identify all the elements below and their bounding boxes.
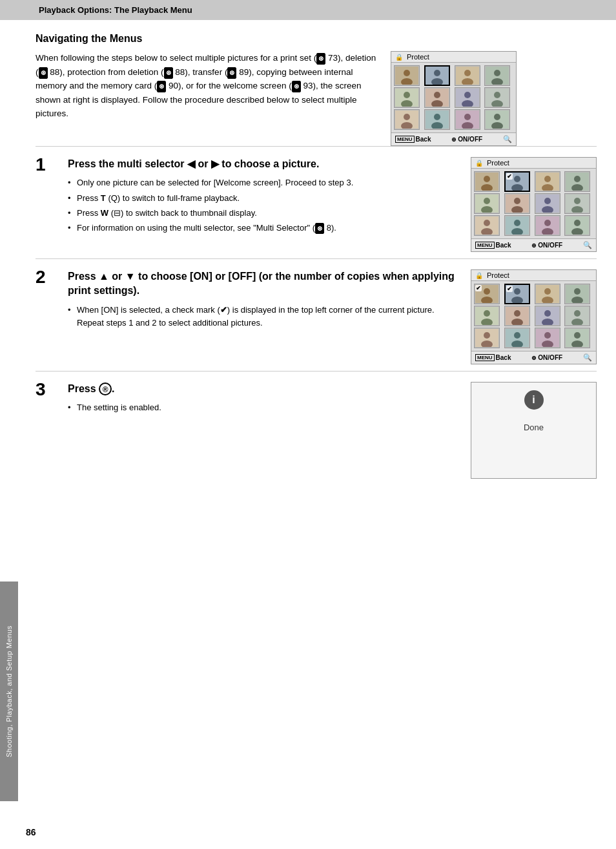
menu-icon: MENU xyxy=(395,136,415,143)
cam-thumb-selected: ✔ xyxy=(504,171,530,192)
svg-point-19 xyxy=(464,92,471,98)
info-icon: i xyxy=(524,390,544,410)
cam-onoff-s1: ⊕ ON/OFF xyxy=(531,242,562,249)
svg-point-28 xyxy=(434,114,440,120)
svg-point-37 xyxy=(484,176,490,182)
svg-point-49 xyxy=(484,198,490,204)
step-2-bullets: When [ON] is selected, a check mark (✔) … xyxy=(68,304,458,330)
cam-footer-s2: MENU Back ⊕ ON/OFF 🔍 xyxy=(471,351,596,364)
cam-grid-s2: ✔ ✔ xyxy=(471,281,596,351)
svg-point-91 xyxy=(544,310,551,317)
cam-screen-step1-wrapper: 🔒 Protect ✔ xyxy=(471,157,597,252)
back-label-s2: Back xyxy=(496,354,511,361)
step-1-heading: Press the multi selector ◀ or ▶ to choos… xyxy=(68,157,458,171)
ok-button-icon: ® xyxy=(99,383,112,395)
intro-paragraph: When following the steps below to select… xyxy=(36,51,378,134)
cam-thumb xyxy=(394,65,420,86)
cam-back-s1: MENU Back xyxy=(475,242,511,249)
cam-thumb xyxy=(424,65,450,86)
step-2-content: Press ▲ or ▼ to choose [ON] or [OFF] (or… xyxy=(68,269,458,331)
svg-point-7 xyxy=(464,70,471,76)
svg-point-73 xyxy=(484,288,490,295)
side-tab-label: Shooting, Playback, and Setup Menus xyxy=(5,625,13,757)
header-bar: Playback Options: The Playback Menu xyxy=(0,0,616,20)
svg-point-85 xyxy=(484,310,490,317)
step-3-number: 3 xyxy=(36,379,55,400)
cam-thumb-selected: ✔ xyxy=(504,284,530,304)
protect-label-intro: Protect xyxy=(407,53,429,61)
protect-icon-intro: 🔒 xyxy=(395,54,403,61)
side-tab: Shooting, Playback, and Setup Menus xyxy=(0,582,18,801)
zoom-icon-s1: 🔍 xyxy=(583,241,592,249)
check-mark: ✔ xyxy=(220,305,227,315)
step-2-row: 2 Press ▲ or ▼ to choose [ON] or [OFF] (… xyxy=(36,258,597,371)
cam-header-s2: 🔒 Protect xyxy=(471,270,596,281)
cam-thumb xyxy=(474,306,500,326)
step-3-content: Press ®. The setting is enabled. xyxy=(68,382,458,417)
w-key: W xyxy=(101,208,108,218)
step-1-bullet-2: Press T (Q) to switch to full-frame play… xyxy=(68,192,458,205)
svg-point-16 xyxy=(434,92,440,98)
step-2-number: 2 xyxy=(36,267,55,288)
svg-point-61 xyxy=(484,220,490,226)
cam-thumb xyxy=(455,65,480,86)
ref-icon-1: ⊛ xyxy=(316,53,325,65)
cam-screen-step2: 🔒 Protect ✔ ✔ xyxy=(471,269,597,364)
info-screen-wrapper: i Done xyxy=(471,382,597,479)
svg-point-4 xyxy=(434,70,440,76)
zoom-icon-s2: 🔍 xyxy=(583,353,592,362)
cam-thumb xyxy=(394,87,420,108)
cam-thumb xyxy=(424,87,450,108)
step-1-number: 1 xyxy=(36,154,55,175)
cam-thumb xyxy=(394,109,420,130)
onoff-label: ON/OFF xyxy=(458,136,482,143)
step-3-bullets: The setting is enabled. xyxy=(68,401,458,414)
ref-icon-5: ⊛ xyxy=(157,81,166,92)
step-3-bullet-1: The setting is enabled. xyxy=(68,401,458,414)
cam-thumb xyxy=(564,215,590,236)
menu-icon-s1: MENU xyxy=(475,242,495,249)
svg-point-79 xyxy=(544,288,551,295)
cam-thumb xyxy=(424,109,450,130)
onoff-label-s1: ON/OFF xyxy=(538,242,562,249)
cam-thumb xyxy=(535,284,560,304)
cam-thumb xyxy=(564,171,590,192)
ref-icon-2: ⊛ xyxy=(39,67,48,79)
svg-point-34 xyxy=(494,114,500,120)
cam-thumb xyxy=(535,171,560,192)
cam-thumb xyxy=(474,215,500,236)
done-text: Done xyxy=(524,423,544,432)
svg-point-70 xyxy=(574,220,580,226)
step-1-bullets: Only one picture can be selected for [We… xyxy=(68,176,458,235)
cam-screen-step2-wrapper: 🔒 Protect ✔ ✔ xyxy=(471,269,597,364)
cam-screen-intro: 🔒 Protect xyxy=(391,51,517,146)
t-key: T xyxy=(101,193,106,203)
onoff-label-s2: ON/OFF xyxy=(538,354,562,361)
protect-label-s1: Protect xyxy=(487,159,509,167)
svg-point-67 xyxy=(544,220,551,226)
cam-grid-intro xyxy=(391,63,516,132)
cam-thumb xyxy=(564,284,590,304)
onoff-arrow-icon: ⊕ xyxy=(451,136,457,143)
cam-back-s2: MENU Back xyxy=(475,354,511,361)
step-3-row: 3 Press ®. The setting is enabled. i Don… xyxy=(36,371,597,485)
cam-thumb xyxy=(535,328,560,348)
step-1-bullet-4: For information on using the multi selec… xyxy=(68,222,458,235)
cam-onoff-btn: ⊕ ON/OFF xyxy=(451,136,482,143)
svg-point-25 xyxy=(404,114,410,120)
cam-onoff-s2: ⊕ ON/OFF xyxy=(531,354,562,361)
protect-icon-s2: 🔒 xyxy=(475,272,483,279)
cam-header-intro: 🔒 Protect xyxy=(391,52,516,63)
cam-thumb xyxy=(504,328,530,348)
cam-thumb: ✔ xyxy=(474,284,500,304)
cam-thumb xyxy=(564,328,590,348)
zoom-icon: 🔍 xyxy=(503,135,512,143)
step-2-bullet-1: When [ON] is selected, a check mark (✔) … xyxy=(68,304,458,330)
cam-thumb xyxy=(455,87,480,108)
cam-screen-step1: 🔒 Protect ✔ xyxy=(471,157,597,252)
menu-icon-s2: MENU xyxy=(475,354,495,361)
svg-point-55 xyxy=(544,198,551,204)
step-1-row: 1 Press the multi selector ◀ or ▶ to cho… xyxy=(36,146,597,258)
cam-back-btn: MENU Back xyxy=(395,136,431,143)
step-1-bullet-1: Only one picture can be selected for [We… xyxy=(68,176,458,189)
